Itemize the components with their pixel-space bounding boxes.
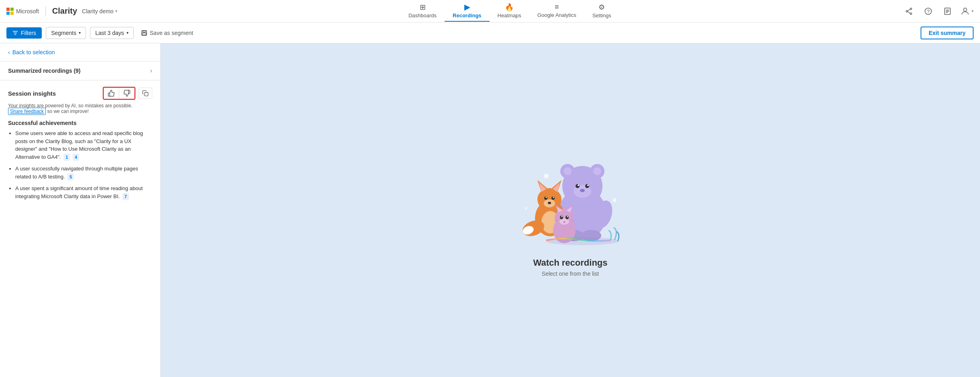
filters-button[interactable]: Filters [6, 27, 42, 39]
exit-summary-button[interactable]: Exit summary [921, 27, 974, 39]
nav-item-dashboards[interactable]: ⊞ Dashboards [400, 0, 445, 22]
list-item: A user successfully navigated through mu… [15, 165, 152, 180]
ms-logo: Microsoft [6, 8, 39, 15]
back-to-selection-link[interactable]: ‹ Back to selection [0, 43, 160, 61]
share-feedback-link[interactable]: Share feedback [8, 108, 46, 115]
copy-icon [142, 90, 149, 96]
daterange-chevron-icon: ▾ [127, 31, 129, 35]
svg-point-2 [910, 13, 912, 14]
svg-point-28 [593, 167, 601, 175]
insights-title: Session insights [8, 90, 56, 97]
nav-item-settings[interactable]: ⚙ Settings [584, 0, 619, 22]
summarized-title: Summarized recordings (9) [8, 68, 81, 74]
ms-grid-icon [6, 8, 14, 15]
share-icon-btn[interactable] [902, 5, 915, 18]
clarity-brand-label: Clarity [52, 6, 77, 16]
tag-3[interactable]: 5 [67, 173, 74, 181]
user-menu-btn[interactable]: ▾ [960, 6, 974, 16]
tag-2[interactable]: 4 [73, 154, 79, 161]
svg-point-19 [544, 174, 549, 178]
svg-point-26 [564, 167, 572, 175]
svg-rect-18 [145, 92, 148, 96]
insights-header: Session insights [8, 87, 152, 100]
svg-point-11 [964, 8, 967, 11]
docs-icon-btn[interactable] [941, 5, 954, 18]
thumbs-feedback-box [103, 87, 135, 100]
svg-point-34 [580, 189, 585, 192]
top-nav: Microsoft Clarity Clarity demo ▾ ⊞ Dashb… [0, 0, 980, 23]
svg-point-22 [525, 207, 527, 209]
nav-right: ? ▾ [902, 5, 974, 18]
back-arrow-icon: ‹ [8, 49, 10, 55]
project-name: Clarity demo [82, 8, 114, 14]
nav-heatmaps-label: Heatmaps [498, 12, 521, 18]
summarized-recordings-bar[interactable]: Summarized recordings (9) › [0, 61, 160, 80]
nav-ga-label: Google Analytics [537, 12, 576, 18]
nav-item-recordings[interactable]: ▶ Recordings [445, 0, 490, 22]
achievements-list: Some users were able to access and read … [8, 129, 152, 200]
project-chevron-icon: ▾ [115, 9, 117, 13]
svg-point-51 [548, 202, 551, 204]
segments-button[interactable]: Segments ▾ [46, 27, 86, 39]
svg-line-3 [908, 9, 910, 11]
watch-illustration [506, 144, 635, 250]
daterange-button[interactable]: Last 3 days ▾ [90, 27, 134, 39]
tag-4[interactable]: 7 [122, 193, 129, 201]
summarized-chevron-icon: › [150, 67, 152, 74]
insights-actions [103, 87, 152, 100]
save-icon [141, 30, 147, 36]
exit-summary-label: Exit summary [929, 30, 966, 36]
svg-rect-16 [143, 31, 145, 32]
main-layout: ‹ Back to selection Summarized recording… [0, 43, 980, 377]
filters-icon [12, 30, 18, 36]
recordings-icon: ▶ [464, 3, 470, 12]
segments-chevron-icon: ▾ [79, 31, 81, 35]
svg-point-21 [612, 198, 617, 202]
thumbs-up-icon [108, 90, 115, 97]
nav-settings-label: Settings [592, 12, 611, 18]
nav-item-google-analytics[interactable]: ≡ Google Analytics [529, 0, 584, 22]
watch-recordings-title: Watch recordings [533, 258, 608, 268]
svg-point-32 [578, 184, 579, 186]
project-selector[interactable]: Clarity demo ▾ [82, 8, 117, 14]
settings-icon: ⚙ [598, 3, 605, 12]
back-label: Back to selection [12, 49, 55, 55]
svg-point-0 [910, 8, 912, 10]
google-analytics-icon: ≡ [555, 3, 559, 11]
svg-line-4 [908, 12, 910, 13]
svg-point-1 [906, 10, 908, 12]
nav-recordings-label: Recordings [453, 12, 482, 18]
nav-item-heatmaps[interactable]: 🔥 Heatmaps [490, 0, 529, 22]
bullet-text-2: A user successfully navigated through mu… [15, 166, 138, 180]
toolbar: Filters Segments ▾ Last 3 days ▾ Save as… [0, 23, 980, 43]
user-chevron-icon: ▾ [972, 9, 974, 13]
svg-point-31 [585, 184, 589, 188]
save-segment-button[interactable]: Save as segment [138, 27, 196, 39]
ai-notice-text: Your insights are powered by AI, so mist… [8, 103, 152, 114]
tag-1[interactable]: 1 [63, 154, 70, 161]
svg-point-64 [567, 216, 568, 217]
right-panel: Watch recordings Select one from the lis… [161, 43, 980, 377]
segments-label: Segments [51, 30, 76, 36]
list-item: A user spent a significant amount of tim… [15, 184, 152, 200]
copy-button[interactable] [139, 88, 152, 99]
nav-dashboards-label: Dashboards [408, 12, 437, 18]
thumbs-down-icon [123, 90, 131, 97]
achievements-title: Successful achievements [8, 120, 152, 126]
list-item: Some users were able to access and read … [15, 129, 152, 161]
left-panel: ‹ Back to selection Summarized recording… [0, 43, 161, 377]
svg-point-61 [560, 215, 563, 219]
thumbs-up-button[interactable] [104, 88, 119, 99]
ai-notice-suffix: so we can improve! [47, 109, 88, 114]
help-icon-btn[interactable]: ? [922, 5, 935, 18]
save-segment-label: Save as segment [150, 30, 193, 36]
nav-divider [45, 6, 46, 16]
animals-illustration [506, 144, 635, 248]
thumbs-down-button[interactable] [119, 88, 135, 99]
dashboards-icon: ⊞ [420, 3, 426, 12]
svg-point-62 [566, 215, 569, 219]
filters-label: Filters [21, 30, 36, 36]
svg-point-63 [561, 216, 563, 217]
svg-point-30 [576, 184, 580, 188]
ms-label: Microsoft [16, 8, 39, 14]
